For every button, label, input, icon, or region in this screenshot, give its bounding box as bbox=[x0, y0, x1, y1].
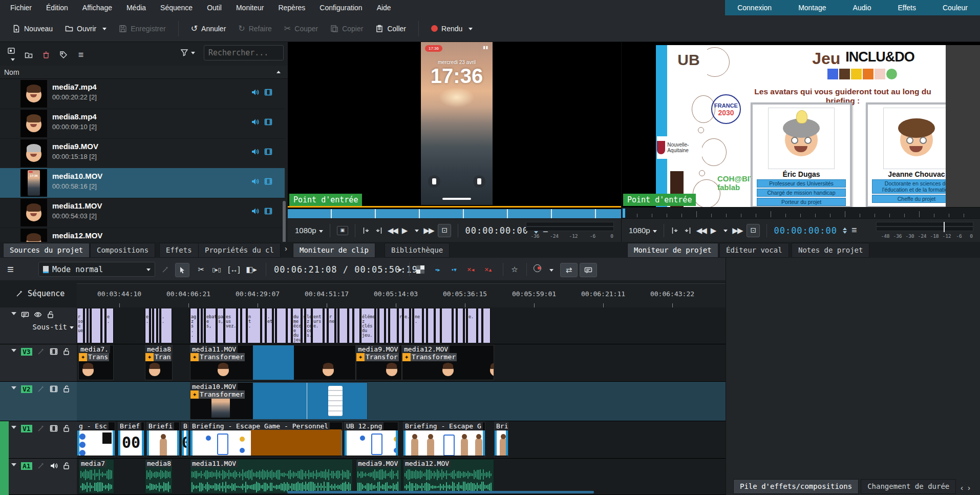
subtitle-clip[interactable]: ent urs e. bbox=[312, 308, 323, 343]
track-target-indicator[interactable] bbox=[0, 421, 9, 459]
mix-clips-icon[interactable] bbox=[414, 263, 427, 276]
subtitle-clip[interactable]: patu s, bbox=[217, 308, 224, 343]
subtitle-clip[interactable] bbox=[84, 308, 87, 343]
subtitle-clip[interactable] bbox=[428, 308, 434, 343]
subtitle-clip[interactable] bbox=[287, 308, 291, 343]
timeline-clip-media9-mov[interactable]: media9.MOV✦Transfor bbox=[356, 345, 402, 380]
bin-item-media7-mp4[interactable]: media7.mp400:00:20:22 [2] bbox=[0, 79, 285, 109]
video-stream-icon[interactable] bbox=[264, 207, 272, 215]
collapse-chevron-icon[interactable] bbox=[11, 463, 16, 469]
audio-stream-icon[interactable] bbox=[251, 207, 259, 215]
subtitle-clip[interactable]: r. bbox=[398, 308, 402, 343]
audio-clip-media8[interactable]: media8 bbox=[145, 459, 173, 493]
video-stream-icon[interactable] bbox=[264, 148, 272, 156]
subtitle-clip[interactable]: e . bbox=[145, 308, 150, 343]
play-button[interactable]: ▶ bbox=[711, 226, 717, 235]
timeline-clip-media11-mov[interactable]: media11.MOV✦Transformer bbox=[190, 345, 356, 380]
subtitle-clip[interactable] bbox=[158, 308, 160, 343]
menu-affichage[interactable]: Affichage bbox=[75, 0, 119, 15]
subtitle-clip[interactable] bbox=[262, 308, 265, 343]
timeline-clip-brief[interactable]: 00Brief bbox=[118, 422, 144, 457]
subtitle-clip[interactable]: le z ce cez s. bbox=[306, 308, 311, 343]
subtitle-clip[interactable] bbox=[88, 308, 90, 343]
tag-icon[interactable] bbox=[58, 51, 69, 59]
audio-stream-icon[interactable] bbox=[251, 118, 259, 126]
subtitle-clip[interactable]: r so e ue, bbox=[77, 308, 83, 343]
record-icon[interactable] bbox=[530, 263, 544, 276]
play-options-chevron[interactable] bbox=[415, 230, 419, 234]
timeline-horizontal-scrollbar[interactable] bbox=[287, 491, 594, 493]
bin-menu-icon[interactable]: ≡ bbox=[76, 50, 86, 60]
audio-clip-media11-mov[interactable]: media11.MOV bbox=[190, 459, 353, 493]
tab-compositions[interactable]: Compositions bbox=[90, 243, 155, 258]
clip-zoombar[interactable] bbox=[288, 209, 621, 218]
subtitle-clip[interactable]: ag z s . . bbox=[190, 308, 198, 343]
panel-tab-pile-d-effets-compositions[interactable]: Pile d'effets/compositions bbox=[733, 479, 859, 494]
bin-item-media12-mov[interactable]: media12.MOV bbox=[0, 228, 285, 242]
subtitle-clip[interactable] bbox=[151, 308, 153, 343]
timeline-clip-media10-mov[interactable]: media10.MOV✦Transformer bbox=[190, 382, 368, 420]
edit-mode-select[interactable]: Mode normal bbox=[38, 262, 155, 277]
tab-scroll-left-icon[interactable]: ‹ bbox=[961, 483, 963, 492]
subtitle-clip[interactable] bbox=[199, 308, 201, 343]
subtitle-clip[interactable] bbox=[202, 308, 204, 343]
subtitle-clip[interactable] bbox=[390, 308, 397, 343]
subtitle-clip[interactable]: s, bbox=[302, 308, 305, 343]
zone-in-icon[interactable] bbox=[362, 226, 370, 235]
monitor-menu-icon[interactable]: ≡ bbox=[851, 225, 857, 236]
track-a1-header[interactable]: A1 bbox=[0, 459, 77, 495]
selection-tool-button[interactable] bbox=[175, 263, 189, 277]
subtitle-clip[interactable]: du me éco e du jeu. bbox=[292, 308, 301, 343]
resolution-select[interactable]: 1080p bbox=[629, 226, 657, 235]
menu-configuration[interactable]: Configuration bbox=[312, 0, 369, 15]
rendu-button[interactable]: Rendu bbox=[426, 22, 478, 36]
bin-item-media8-mp4[interactable]: media8.mp400:00:09:10 [2] bbox=[0, 109, 285, 139]
bin-item-media9-mov[interactable]: media9.MOV00:00:15:18 [2] bbox=[0, 138, 285, 169]
menu-sequence[interactable]: Séquence bbox=[153, 0, 200, 15]
extract-zone-icon[interactable]: ✕◂ bbox=[464, 263, 477, 276]
record-chevron[interactable] bbox=[549, 269, 553, 274]
annuler-button[interactable]: ↺Annuler bbox=[186, 20, 231, 36]
workspace-couleur[interactable]: Couleur bbox=[943, 4, 968, 12]
project-timecode[interactable]: 00:00:00:00 bbox=[774, 225, 837, 236]
audio-clip-media9-mov[interactable]: media9.MOV bbox=[356, 459, 401, 493]
video-stream-icon[interactable] bbox=[264, 88, 272, 96]
zone-out-icon[interactable] bbox=[375, 226, 383, 235]
audio-stream-icon[interactable] bbox=[251, 148, 259, 156]
tab-proprietes-du-cl[interactable]: Propriétés du cl bbox=[198, 243, 281, 258]
collapse-chevron-icon[interactable] bbox=[11, 426, 16, 431]
ouvrir-button[interactable]: Ouvrir bbox=[60, 22, 112, 36]
spacer-tool-button[interactable]: ▯▸▯ bbox=[210, 263, 223, 276]
zone-out-icon[interactable] bbox=[684, 226, 692, 235]
track-v1-header[interactable]: V1 bbox=[0, 421, 77, 459]
subtitle-clip[interactable] bbox=[336, 308, 338, 343]
search-input[interactable] bbox=[204, 45, 284, 60]
tab-effets[interactable]: Effets bbox=[159, 243, 199, 258]
clip-timecode[interactable]: 00:00:00:00 bbox=[465, 225, 528, 236]
timeline-clip-media8[interactable]: media8✦Tran bbox=[145, 345, 173, 380]
audio-stream-icon[interactable] bbox=[251, 88, 259, 96]
subtitle-clip[interactable] bbox=[238, 308, 241, 343]
subtitle-track-header[interactable]: Sous-tit bbox=[0, 307, 77, 344]
menu-media[interactable]: Média bbox=[119, 0, 153, 15]
collapse-chevron-icon[interactable] bbox=[11, 312, 16, 318]
timeline-clip-ub-12-png[interactable]: UB 12.png bbox=[344, 422, 398, 457]
menu-moniteur[interactable]: Moniteur bbox=[229, 0, 271, 15]
audio-clip-media12-mov[interactable]: media12.MOV bbox=[403, 459, 494, 493]
tab-sources-du-projet[interactable]: Sources du projet bbox=[3, 243, 90, 258]
timeline-clip-media12-mov[interactable]: media12.MOV✦Transformer bbox=[402, 345, 494, 380]
fit-zoom-button[interactable]: [↔] bbox=[227, 263, 241, 276]
project-monitor-ruler[interactable] bbox=[622, 207, 980, 219]
bin-column-header[interactable]: Nom bbox=[0, 66, 288, 79]
track-v3-header[interactable]: V3 bbox=[0, 344, 77, 382]
subtitle-clip[interactable] bbox=[242, 308, 246, 343]
track-v2-header[interactable]: V2 bbox=[0, 382, 77, 421]
subtitle-toggle-button[interactable] bbox=[580, 263, 597, 277]
menu-edition[interactable]: Édition bbox=[39, 0, 75, 15]
subtitle-clip[interactable]: élémede z clés du jeu. bbox=[361, 308, 375, 343]
subtitle-clip[interactable] bbox=[91, 308, 101, 343]
lift-zone-icon[interactable]: ✕▴ bbox=[481, 263, 495, 276]
subtitle-clip[interactable] bbox=[354, 308, 360, 343]
subtitle-clip[interactable]: es us vez. bbox=[225, 308, 237, 343]
subtitle-clip[interactable] bbox=[411, 308, 413, 343]
